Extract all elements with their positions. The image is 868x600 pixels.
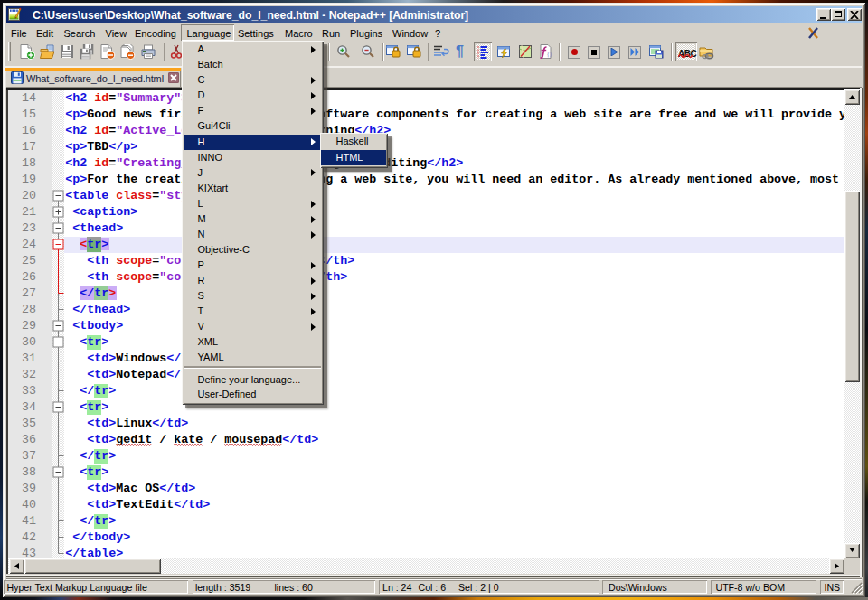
svg-text:{): {)	[547, 51, 552, 58]
